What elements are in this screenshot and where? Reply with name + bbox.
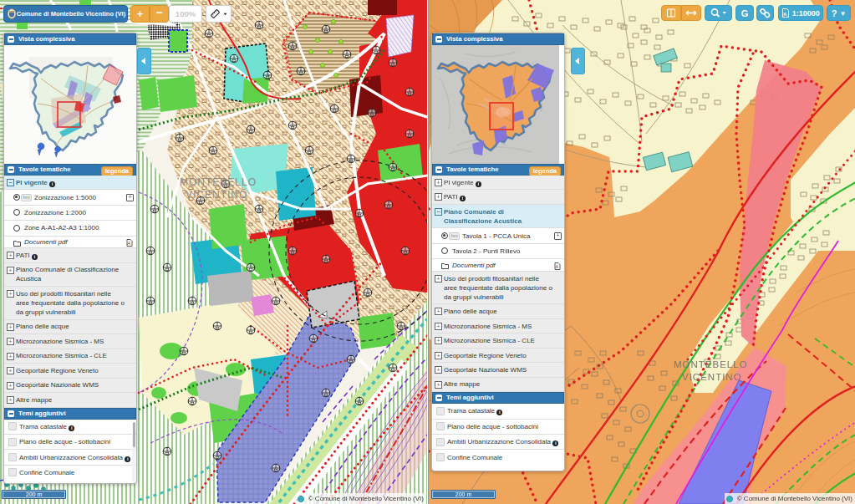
svg-text:A: A (783, 12, 787, 17)
svg-text:MONTEBELLO: MONTEBELLO (674, 359, 748, 369)
svg-text:MONTEBELLO: MONTEBELLO (180, 176, 257, 188)
svg-text:VICENTINO: VICENTINO (186, 189, 247, 201)
svg-text:VICENTINO: VICENTINO (682, 372, 742, 382)
svg-text:A: A (127, 241, 131, 246)
svg-text:A: A (555, 264, 559, 269)
